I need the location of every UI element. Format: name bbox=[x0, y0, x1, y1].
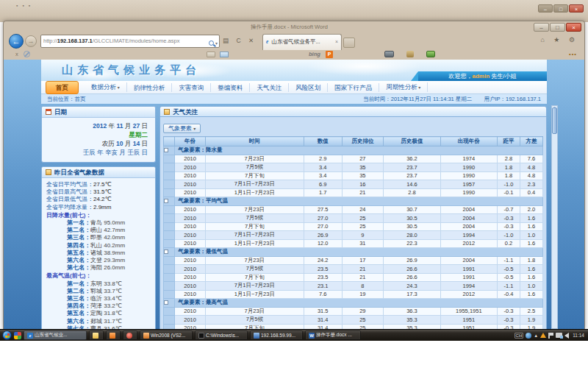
rank-value: 海阳 26.0mm bbox=[90, 264, 125, 271]
cell: 30.5 bbox=[384, 222, 440, 231]
camera-icon[interactable] bbox=[384, 51, 394, 57]
scrollbar[interactable]: ▲ bbox=[551, 105, 558, 329]
tab-close-icon[interactable]: × bbox=[335, 35, 338, 49]
scrollbar-thumb[interactable] bbox=[552, 107, 557, 134]
sidebar: 日期 2012 年 11 月 27 日 星期二 农历 10 月 14 日 壬辰 … bbox=[41, 106, 156, 329]
bg-minimize-button[interactable]: – bbox=[538, 4, 553, 13]
close-bar-button[interactable]: x bbox=[15, 51, 18, 57]
action-center-flag-icon[interactable] bbox=[548, 333, 553, 339]
network-icon[interactable] bbox=[556, 333, 562, 338]
table-row[interactable]: 20107月1日~7月23日26.9928.01994-1.01.0 bbox=[164, 231, 543, 240]
volume-icon[interactable] bbox=[564, 333, 569, 339]
table-row[interactable]: 20107月5候3.43523.719901.84.8 bbox=[164, 163, 543, 172]
cell: 1951 bbox=[440, 324, 497, 329]
address-bar[interactable]: http://192.168.137.1/GLCCLIMATE/modules/… bbox=[40, 35, 220, 48]
card-icon[interactable] bbox=[207, 52, 215, 57]
blocked-icon[interactable] bbox=[24, 51, 30, 57]
table-row[interactable]: 20107月23日24.21726.92004-1.11.8 bbox=[164, 256, 543, 265]
clock[interactable]: 11:14 bbox=[573, 333, 584, 338]
nav-item-disaster-query[interactable]: 灾害查询 bbox=[172, 83, 211, 92]
close-button[interactable]: × bbox=[566, 23, 581, 32]
rank-item: 第一名：东明 33.8℃ bbox=[46, 280, 151, 288]
nav-item-rhythm-analysis[interactable]: 韵律性分析 bbox=[127, 83, 173, 92]
table-row[interactable]: 20107月1日~7月23日23.1824.31994-1.11.0 bbox=[164, 282, 543, 291]
word-icon: W bbox=[309, 333, 315, 339]
language-indicator[interactable]: CH bbox=[514, 333, 524, 339]
table-row[interactable]: 20107月下旬3.43523.719901.84.8 bbox=[164, 171, 543, 180]
column-header[interactable]: 历史极值 bbox=[384, 137, 440, 146]
column-header[interactable]: 年份 bbox=[175, 137, 205, 146]
nav-item-home[interactable]: 首页 bbox=[46, 81, 79, 94]
column-header[interactable]: 距平 bbox=[498, 137, 520, 146]
checkbox[interactable] bbox=[164, 199, 168, 203]
table-row[interactable]: 20101月1日~7月23日1.7212.81990-0.10.4 bbox=[164, 188, 543, 197]
more-icon[interactable]: ••• bbox=[569, 51, 577, 57]
taskbar-button-1[interactable]: e山东省气候业... bbox=[24, 330, 87, 340]
minimize-button[interactable]: – bbox=[534, 23, 549, 32]
nav-item-weather-focus[interactable]: 天气关注 bbox=[250, 83, 289, 92]
column-header[interactable]: 出现年份 bbox=[440, 137, 497, 146]
taskbar-button-8[interactable]: W操作手册.docx ... bbox=[305, 330, 361, 340]
nav-item-data-analysis[interactable]: 数据分析 ▾ bbox=[85, 82, 127, 92]
taskbar-button-4[interactable] bbox=[123, 330, 137, 340]
table-row[interactable]: 20107月5候27.02530.52004-0.31.6 bbox=[164, 214, 543, 223]
start-button[interactable] bbox=[2, 330, 12, 340]
table-row[interactable]: 20107月5候31.42535.31951-0.31.9 bbox=[164, 316, 543, 325]
table-row[interactable]: 20107月5候23.52126.61991-0.51.6 bbox=[164, 265, 543, 274]
mail-icon[interactable] bbox=[220, 52, 229, 57]
stat-label: 全省日最低气温： bbox=[46, 196, 93, 202]
table-row[interactable]: 20107月下旬27.02530.52004-0.31.6 bbox=[164, 222, 543, 231]
share-icon[interactable] bbox=[406, 51, 414, 57]
browser-menu-icons[interactable]: ⌂ ★ ⚙ bbox=[540, 36, 578, 43]
nav-item-compiled-data[interactable]: 整编资料 bbox=[211, 83, 250, 92]
maximize-button[interactable]: □ bbox=[550, 23, 565, 32]
bg-maximize-button[interactable]: □ bbox=[553, 4, 568, 13]
quick-launch-icon[interactable] bbox=[14, 332, 21, 339]
column-header[interactable]: 数值 bbox=[304, 137, 342, 146]
stat-label: 全省日最高气温： bbox=[46, 188, 93, 195]
column-header[interactable]: 历史排位 bbox=[342, 137, 384, 146]
cell: 1991 bbox=[440, 265, 497, 274]
browser-tab[interactable]: e 山东省气候业务平... × bbox=[262, 34, 342, 50]
bing-tile-icon[interactable]: P bbox=[326, 51, 333, 58]
taskbar-button-6[interactable]: C:\Windows\s... bbox=[195, 330, 248, 340]
checkbox[interactable] bbox=[164, 300, 168, 305]
people-icon[interactable] bbox=[426, 51, 435, 57]
new-tab-button[interactable] bbox=[343, 38, 355, 48]
table-row[interactable]: 20107月1日~7月23日6.91614.61957-1.02.3 bbox=[164, 180, 543, 189]
table-row[interactable]: 20107月下旬23.52126.61991-0.51.6 bbox=[164, 273, 543, 282]
search-icon[interactable] bbox=[209, 40, 214, 46]
bing-logo[interactable]: bing bbox=[309, 51, 320, 57]
network-globe-icon[interactable] bbox=[526, 333, 531, 339]
browser-titlebar[interactable]: 操作手册.docx - Microsoft Word – □ × bbox=[4, 21, 584, 33]
checkbox[interactable] bbox=[164, 250, 168, 254]
warning-icon[interactable] bbox=[540, 333, 546, 338]
nav-item-risk-zoning[interactable]: 风险区划 bbox=[289, 83, 328, 92]
forward-button[interactable]: → bbox=[25, 35, 37, 47]
cell: 7月23日 bbox=[205, 256, 304, 265]
table-row[interactable]: 20107月下旬31.42535.31951-0.31.9 bbox=[164, 324, 543, 329]
page-tools[interactable]: ▤ C ✕ bbox=[223, 37, 257, 44]
table-row[interactable]: 20107月23日27.52430.72004-0.72.0 bbox=[164, 205, 543, 214]
checkbox[interactable] bbox=[164, 148, 168, 152]
column-header[interactable]: 时间 bbox=[205, 137, 304, 146]
app-icon bbox=[110, 333, 115, 339]
rank-item: 第二名：郓城 33.7℃ bbox=[46, 288, 151, 295]
taskbar-button-3[interactable] bbox=[106, 330, 121, 340]
element-selector-button[interactable]: 气象要素 ▾ bbox=[163, 124, 201, 133]
cell: 7月5候 bbox=[205, 265, 304, 274]
table-row[interactable]: 20101月1日~7月23日7.61917.32012-0.41.6 bbox=[164, 290, 543, 299]
back-button[interactable]: ← bbox=[9, 34, 24, 49]
taskbar-button-2[interactable] bbox=[89, 330, 104, 340]
cell: 2.8 bbox=[384, 188, 440, 197]
taskbar-button-7[interactable]: 192.168.59.99... bbox=[250, 330, 303, 340]
bg-close-button[interactable]: × bbox=[569, 4, 584, 13]
tray-expand-icon[interactable]: ▲ bbox=[534, 333, 538, 338]
nav-item-period-analysis[interactable]: 周期性分析 ▾ bbox=[379, 82, 428, 92]
nav-item-national-products[interactable]: 国家下行产品 bbox=[328, 83, 379, 92]
column-header[interactable]: 方差 bbox=[520, 137, 542, 146]
table-row[interactable]: 20107月23日2.92736.219742.87.6 bbox=[164, 155, 543, 163]
table-row[interactable]: 20101月1日~7月23日12.03122.320120.21.6 bbox=[164, 239, 543, 248]
taskbar-button-5[interactable]: Win2008 (VS2... bbox=[140, 330, 193, 340]
table-row[interactable]: 20107月23日31.52936.31955,1951-0.32.5 bbox=[164, 307, 543, 316]
